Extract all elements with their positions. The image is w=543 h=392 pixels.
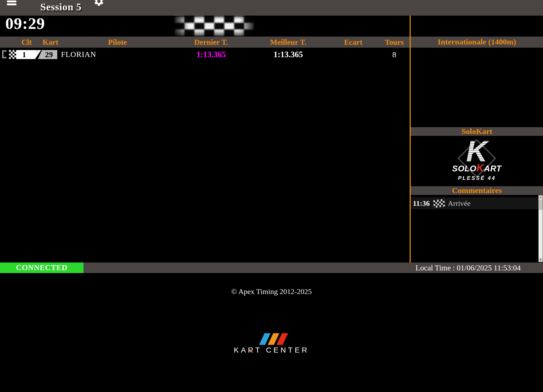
kart-center-wordmark: KART CENTER [0, 346, 543, 354]
track-map-area [411, 48, 543, 127]
best-lap-time: 1:13.365 [273, 48, 303, 60]
column-header-ecart: Ecart [344, 37, 362, 48]
kart-center-slashes-icon [259, 333, 291, 345]
scrollbar-thumb[interactable] [539, 200, 542, 210]
local-time: Local Time : 01/06/2025 11:53:04 [415, 262, 521, 273]
comment-checkered-flag-icon [433, 199, 445, 208]
kart-center-logo: KART CENTER [0, 329, 543, 358]
comments-header: Commentaires [411, 186, 543, 195]
scroll-down-icon[interactable]: ▼ [538, 258, 543, 262]
comment-row: 11:36 Arrivée [411, 197, 538, 209]
status-bar: CONNECTED Local Time : 01/06/2025 11:53:… [0, 262, 543, 273]
column-header-clt: Clt [21, 37, 32, 48]
kart-number-badge: 29 [38, 50, 57, 59]
comments-scrollbar[interactable]: ▲ ▼ [538, 195, 543, 262]
comment-text: Arrivée [448, 197, 471, 209]
column-header-dernier: Dernier T. [194, 37, 228, 48]
checkered-flag-icon [9, 50, 16, 59]
scroll-up-icon[interactable]: ▲ [538, 195, 543, 199]
sponsor-logo: K SOLOKART PLESSÉ 44 [411, 136, 543, 186]
session-timer: 09:29 [5, 14, 45, 33]
results-header-row: Clt Kart Pilote Dernier T. Meilleur T. E… [0, 37, 410, 48]
comments-list: 11:36 Arrivée ▲ ▼ [411, 195, 543, 262]
timer-bar: 09:29 [0, 16, 543, 37]
solokart-wordmark-art: ART [484, 164, 502, 173]
solokart-wordmark-k: K [476, 162, 484, 173]
column-header-tours: Tours [385, 37, 404, 48]
track-name-header: Internationale (1400m) [411, 37, 543, 48]
column-header-meilleur: Meilleur T. [270, 37, 306, 48]
finish-bracket-icon [2, 50, 6, 58]
table-row[interactable]: 1 29 FLORIAN 1:13.365 1:13.365 8 [0, 48, 410, 60]
settings-gear-icon[interactable] [93, 0, 104, 7]
column-header-kart: Kart [42, 37, 58, 48]
comment-time: 11:36 [413, 197, 430, 209]
top-bar: Session 5 [0, 0, 543, 16]
column-header-pilote: Pilote [108, 37, 127, 48]
session-title: Session 5 [40, 1, 82, 13]
laps-count: 8 [392, 48, 396, 60]
last-lap-time: 1:13.365 [196, 48, 226, 60]
connection-status-badge: CONNECTED [0, 262, 84, 273]
apex-timing-screen: Session 5 09:29 Clt Kart Pilote Dernier … [0, 0, 543, 392]
menu-icon[interactable] [7, 0, 16, 6]
solokart-location: PLESSÉ 44 [411, 175, 543, 181]
copyright: © Apex Timing 2012-2025 [0, 287, 543, 296]
solokart-wordmark-solo: SOLO [452, 164, 476, 173]
pilot-name: FLORIAN [61, 48, 96, 60]
checkered-flag-fade [172, 16, 256, 37]
solokart-k-icon: K [411, 138, 543, 164]
solokart-wordmark: SOLOKART [411, 162, 543, 174]
